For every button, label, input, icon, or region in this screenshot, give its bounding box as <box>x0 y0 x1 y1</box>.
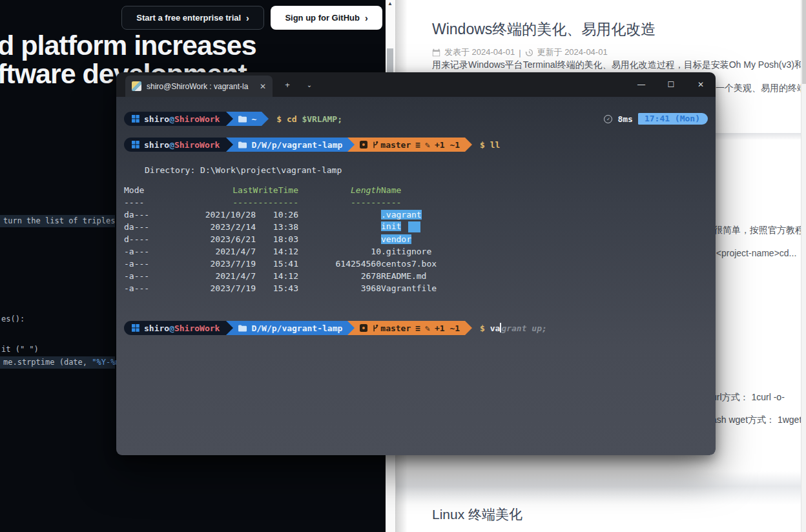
chevron-right-icon: › <box>246 13 249 23</box>
chevron-right-icon: › <box>365 13 368 23</box>
table-row: da--- 2021/10/28 10:26 .vagrant <box>124 209 437 221</box>
segment-arrow <box>226 321 233 335</box>
segment-arrow <box>226 138 233 152</box>
folder-icon <box>238 325 247 332</box>
listing-body: Mode LastWriteTime Length Name ---- ----… <box>124 184 437 294</box>
folder-icon <box>238 116 247 123</box>
file-listing: Mode LastWriteTime Length Name ---- ----… <box>124 184 437 294</box>
prompt-line-3: shiro@ShiroWork D/W/p/vagrant-lamp maste… <box>124 320 708 336</box>
tab-title: shiro@ShiroWork : vagrant-la <box>147 82 253 91</box>
prompt-right-status: ✓ 8ms 17:41 (Mon) <box>604 113 708 125</box>
git-branch-icon <box>372 324 378 332</box>
command-1: $ cd $VRLAMP; <box>276 114 342 124</box>
published-date: 发表于 2024-04-01 <box>444 46 515 58</box>
signup-github-button[interactable]: Sign up for GitHub › <box>271 6 382 30</box>
prompt-line-1: shiro@ShiroWork ~ $ cd $VRLAMP; ✓ 8ms 17… <box>124 111 708 127</box>
table-row: da--- 2023/2/14 13:38 init <box>124 221 437 233</box>
edit-icon: ✎ <box>425 140 430 150</box>
post-paragraph-line2: 一个美观、易用的终端。 <box>716 83 806 94</box>
command-2: $ ll <box>480 140 500 150</box>
prompt-user-segment: shiro@ShiroWork <box>124 138 226 152</box>
git-change-counts: +1 ~1 <box>435 140 460 150</box>
file-name: centos7.box <box>381 259 437 269</box>
table-row: -a--- 2023/7/19 15:43 3968 Vagrantfile <box>124 282 437 294</box>
maximize-button[interactable]: ☐ <box>656 72 686 97</box>
file-name: vendor <box>381 234 411 244</box>
windows-logo-icon <box>132 141 140 148</box>
scrollbar-thumb[interactable] <box>802 0 806 84</box>
segment-arrow <box>465 321 472 335</box>
post-text-fragment: 很简单，按照官方教程 <box>714 225 804 236</box>
post-paragraph-line1: 用来记录Windows平台Terminal终端的美化、易用化改造过程，目标是安装… <box>432 59 803 71</box>
new-tab-button[interactable]: + <box>276 72 298 97</box>
git-icon <box>360 324 367 332</box>
git-icon <box>360 141 367 148</box>
card-gap <box>396 471 806 505</box>
table-row: d---- 2023/6/21 18:03 vendor <box>124 233 437 245</box>
post-text-fragment: ash wget方式： 1wget <box>712 414 801 426</box>
code-fragment: es(): <box>1 314 25 323</box>
terminal-titlebar[interactable]: shiro@ShiroWork : vagrant-la ✕ + ⌄ — ☐ ✕ <box>116 72 716 97</box>
calendar-icon <box>432 48 440 57</box>
terminal-content[interactable]: shiro@ShiroWork ~ $ cd $VRLAMP; ✓ 8ms 17… <box>116 97 716 455</box>
prompt-git-segment: master ≡ ✎ +1 ~1 <box>355 138 465 152</box>
close-button[interactable]: ✕ <box>686 72 716 97</box>
table-row: -a--- 2021/4/7 14:12 2678 README.md <box>124 270 437 282</box>
git-branch-name: master <box>380 323 411 333</box>
section-title-linux: Linux 终端美化 <box>432 506 522 524</box>
file-name: Vagrantfile <box>381 283 437 293</box>
windows-logo-icon <box>132 324 140 332</box>
post-meta: 发表于 2024-04-01 | 更新于 2024-04-01 <box>432 46 608 58</box>
signup-label: Sign up for GitHub <box>285 13 360 23</box>
tab-dropdown-button[interactable]: ⌄ <box>298 72 320 97</box>
window-controls: — ☐ ✕ <box>626 72 716 97</box>
directory-line: Directory: D:\Work\project\vagrant-lamp <box>145 165 708 175</box>
prompt-line-2: shiro@ShiroWork D/W/p/vagrant-lamp maste… <box>124 137 708 152</box>
start-trial-button[interactable]: Start a free enterprise trial › <box>121 6 264 30</box>
segment-arrow <box>226 112 233 126</box>
post-text-fragment: t <project-name>cd... <box>711 248 796 258</box>
file-name: .vagrant <box>381 210 422 220</box>
autosuggestion-text: grant up; <box>501 323 546 333</box>
folder-icon <box>238 141 247 148</box>
file-name: init <box>381 221 401 231</box>
selection-block <box>408 221 420 232</box>
listing-dash-row: ---- ------------- ------ ---- <box>124 196 437 209</box>
meta-separator: | <box>519 48 521 57</box>
file-name: README.md <box>381 271 426 281</box>
scrollbar-thumb[interactable] <box>387 48 393 72</box>
prompt-path-segment: D/W/p/vagrant-lamp <box>233 138 347 152</box>
tab-close-icon[interactable]: ✕ <box>258 82 267 91</box>
prompt-user-segment: shiro@ShiroWork <box>124 321 226 335</box>
terminal-tab[interactable]: shiro@ShiroWork : vagrant-la ✕ <box>125 76 273 97</box>
command-input[interactable]: $ vagrant up; <box>480 323 547 333</box>
code-fragment: it (" ") <box>1 345 39 354</box>
prompt-git-segment: master ≡ ✎ +1 ~1 <box>355 321 465 335</box>
right-window-scrollbar[interactable] <box>801 0 806 532</box>
code-fragment: turn the list of triples (dat <box>0 215 115 227</box>
git-branch-icon <box>372 141 378 149</box>
git-change-counts: +1 ~1 <box>435 323 460 333</box>
command-duration: 8ms <box>617 114 632 124</box>
code-fragment: me.strptime (date, "%Y-%m-%d" <box>0 356 115 369</box>
start-trial-label: Start a free enterprise trial <box>136 13 241 23</box>
terminal-window: shiro@ShiroWork : vagrant-la ✕ + ⌄ — ☐ ✕… <box>116 72 716 455</box>
typed-text: va <box>490 323 501 333</box>
prompt-path-segment: ~ <box>233 112 262 126</box>
segment-arrow <box>347 321 355 335</box>
git-branch-name: master <box>380 140 411 150</box>
scroll-up-icon[interactable]: ▲ <box>388 1 393 6</box>
git-sync-symbol: ≡ <box>415 323 420 333</box>
windows-logo-icon <box>132 115 140 123</box>
table-row: -a--- 2023/7/19 15:41 614254560 centos7.… <box>124 258 437 270</box>
tab-icon <box>132 81 141 91</box>
segment-arrow <box>465 138 472 152</box>
post-title: Windows终端的美化、易用化改造 <box>432 19 656 39</box>
minimize-button[interactable]: — <box>626 72 656 97</box>
post-text-fragment: url方式： 1curl -o- <box>712 392 785 404</box>
git-sync-symbol: ≡ <box>415 140 420 150</box>
check-circle-icon: ✓ <box>604 115 612 123</box>
table-row: -a--- 2021/4/7 14:12 10 .gitignore <box>124 245 437 258</box>
edit-icon: ✎ <box>425 323 430 333</box>
history-clock-icon <box>525 48 533 57</box>
